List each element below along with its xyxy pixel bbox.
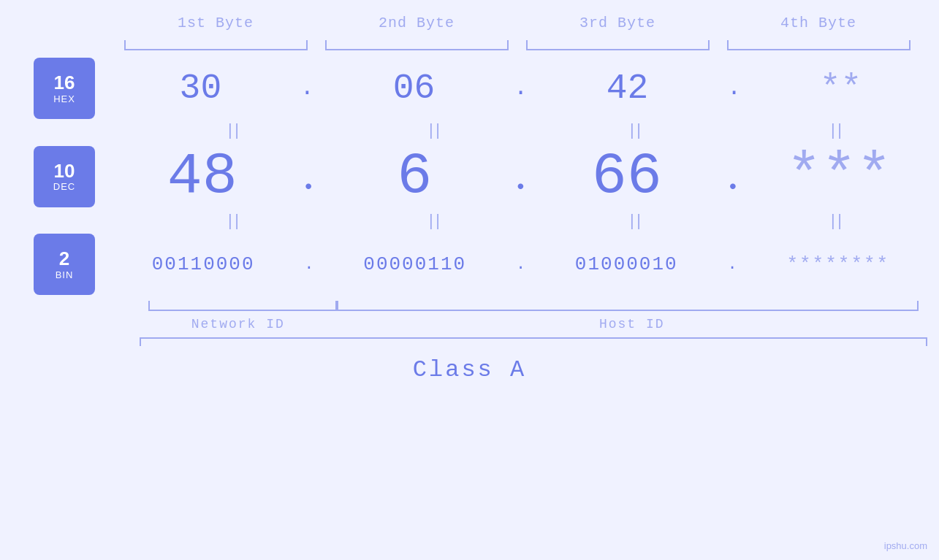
- bin-row: 2 BIN 00110000 . 00000110 . 01000010 . *…: [0, 234, 939, 295]
- bin-base-label: BIN: [56, 269, 74, 280]
- network-id-label: Network ID: [140, 317, 337, 331]
- equals-2: ||: [426, 122, 439, 140]
- bin-base-number: 2: [59, 248, 69, 269]
- byte2-header: 2nd Byte: [316, 15, 517, 31]
- class-bracket: [140, 337, 927, 349]
- hex-base-number: 16: [54, 72, 75, 93]
- byte1-bracket: [124, 37, 308, 50]
- dec-b2: 6: [397, 143, 432, 210]
- bin-dot2: .: [516, 256, 525, 274]
- byte2-bracket: [325, 37, 509, 50]
- hex-b3: 42: [607, 69, 649, 108]
- equals-7: ||: [627, 212, 640, 231]
- dec-base-label: DEC: [53, 181, 75, 192]
- hex-b2: 06: [393, 69, 436, 108]
- byte3-header: 3rd Byte: [517, 15, 718, 31]
- host-id-label: Host ID: [337, 317, 928, 331]
- equals-8: ||: [828, 212, 841, 231]
- bin-badge: 2 BIN: [34, 234, 95, 295]
- bin-b1: 00110000: [152, 253, 255, 275]
- hex-b4: **: [820, 69, 862, 108]
- hex-dot2: .: [514, 77, 528, 100]
- dec-dot3: •: [727, 176, 740, 199]
- byte4-header: 4th Byte: [718, 15, 919, 31]
- dec-b1: 48: [167, 143, 237, 210]
- hex-badge: 16 HEX: [34, 58, 95, 119]
- dec-b3: 66: [592, 143, 662, 210]
- bin-dot1: .: [304, 256, 313, 274]
- bin-b3: 01000010: [575, 253, 678, 275]
- bin-b4: ********: [786, 253, 889, 275]
- hex-base-label: HEX: [53, 93, 75, 104]
- byte3-bracket: [526, 37, 710, 50]
- bin-b2: 00000110: [363, 253, 466, 275]
- hex-b1: 30: [180, 69, 222, 108]
- network-bracket: [140, 301, 337, 314]
- id-labels: Network ID Host ID: [140, 317, 927, 331]
- class-label: Class A: [0, 356, 939, 383]
- dec-base-number: 10: [54, 161, 75, 182]
- equals-row-2: || || || ||: [132, 212, 935, 231]
- equals-5: ||: [225, 212, 238, 231]
- dec-dot1: •: [303, 176, 315, 199]
- dec-dot2: •: [514, 176, 527, 199]
- equals-4: ||: [828, 122, 841, 140]
- dec-b4: ***: [786, 143, 892, 210]
- host-bracket: [337, 301, 928, 314]
- hex-dot3: .: [727, 77, 741, 100]
- equals-3: ||: [627, 122, 640, 140]
- equals-1: ||: [225, 122, 238, 140]
- bin-dot3: .: [727, 256, 737, 274]
- dec-row: 10 DEC 48 • 6 • 66 • ***: [0, 143, 939, 210]
- watermark: ipshu.com: [884, 540, 927, 551]
- equals-row-1: || || || ||: [132, 122, 935, 140]
- dec-badge: 10 DEC: [34, 146, 95, 207]
- equals-6: ||: [426, 212, 439, 231]
- hex-dot1: .: [300, 77, 314, 100]
- byte4-bracket: [727, 37, 911, 50]
- byte1-header: 1st Byte: [115, 15, 316, 31]
- hex-row: 16 HEX 30 . 06 . 42 . **: [0, 58, 939, 119]
